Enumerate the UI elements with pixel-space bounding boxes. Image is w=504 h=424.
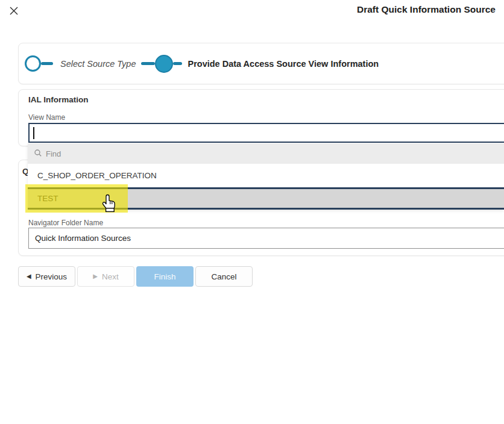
close-icon[interactable]: [8, 5, 20, 17]
view-name-dropdown: Find C_SHOP_ORDER_OPERATION TEST: [28, 143, 504, 210]
previous-button[interactable]: ◀ Previous: [18, 266, 75, 287]
search-icon: [34, 149, 42, 159]
navigator-folder-name-input[interactable]: [28, 228, 504, 249]
cancel-button[interactable]: Cancel: [195, 266, 253, 287]
wizard-button-row: ◀ Previous ▶ Next Finish Cancel: [18, 266, 253, 287]
stepper-connector: [141, 62, 155, 65]
cancel-button-label: Cancel: [211, 272, 236, 281]
text-caret: [33, 127, 34, 139]
wizard-stepper-card: Select Source Type Provide Data Access S…: [18, 43, 504, 84]
navigator-folder-name-label: Navigator Folder Name: [28, 219, 103, 227]
wizard-stepper: Select Source Type Provide Data Access S…: [19, 43, 504, 84]
step-1-circle-icon[interactable]: [25, 55, 41, 72]
next-button[interactable]: ▶ Next: [77, 266, 134, 287]
dropdown-option-test[interactable]: TEST: [28, 187, 504, 210]
previous-button-label: Previous: [36, 272, 68, 281]
dropdown-option-c-shop-order-operation[interactable]: C_SHOP_ORDER_OPERATION: [28, 164, 504, 187]
previous-arrow-icon: ◀: [27, 273, 31, 279]
view-name-label: View Name: [28, 113, 65, 122]
dropdown-find-placeholder: Find: [46, 149, 61, 158]
dropdown-find-row[interactable]: Find: [28, 143, 504, 164]
ial-section-heading: IAL Information: [28, 95, 89, 104]
step-2-circle-icon[interactable]: [155, 55, 173, 73]
finish-button[interactable]: Finish: [136, 266, 194, 287]
step-1-label[interactable]: Select Source Type: [60, 59, 136, 69]
step-2-label: Provide Data Access Source View Informat…: [187, 59, 379, 69]
next-arrow-icon: ▶: [93, 273, 98, 279]
finish-button-label: Finish: [154, 272, 175, 281]
ial-information-card: IAL Information View Name: [18, 89, 504, 146]
stepper-connector: [41, 62, 53, 65]
next-button-label: Next: [102, 272, 119, 281]
page-title: Draft Quick Information Source: [357, 4, 496, 15]
view-name-input[interactable]: [28, 123, 504, 143]
stepper-connector: [173, 62, 182, 65]
